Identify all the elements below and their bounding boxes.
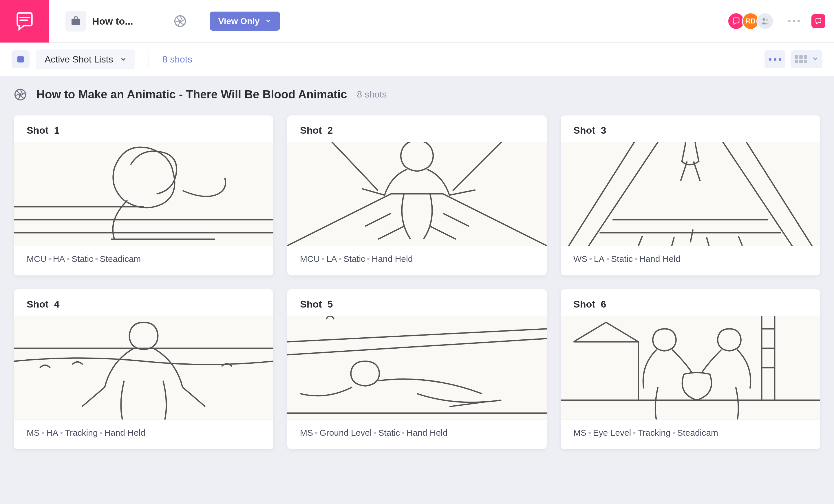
- view-mode-label: View Only: [218, 16, 260, 26]
- shot-meta: MS•Eye Level•Tracking•Steadicam: [561, 420, 820, 449]
- filter-more-button[interactable]: [765, 50, 785, 68]
- shotlist-dropdown-label: Active Shot Lists: [45, 54, 113, 65]
- aperture-icon[interactable]: [174, 15, 186, 27]
- shot-thumbnail: [287, 316, 547, 420]
- svg-point-3: [766, 19, 768, 21]
- shot-title: Shot 4: [14, 289, 273, 316]
- app-logo[interactable]: [0, 0, 49, 43]
- title-row: How to Make an Animatic - There Will Be …: [0, 76, 834, 107]
- more-menu-button[interactable]: [783, 20, 806, 22]
- grid-view-toggle[interactable]: [791, 50, 822, 68]
- shot-meta: MCU•HA•Static•Steadicam: [14, 246, 273, 275]
- filter-bar: Active Shot Lists 8 shots: [0, 43, 834, 76]
- page-subtitle: 8 shots: [357, 89, 387, 100]
- svg-rect-8: [14, 316, 273, 419]
- shot-title: Shot 5: [287, 289, 547, 316]
- page-title: How to Make an Animatic - There Will Be …: [37, 88, 347, 101]
- briefcase-icon: [65, 11, 86, 31]
- shot-title: Shot 1: [14, 115, 273, 142]
- shot-card[interactable]: Shot 4 MS•HA•Tracking•Hand Held: [14, 289, 273, 449]
- svg-rect-5: [14, 142, 273, 246]
- shot-card[interactable]: Shot 2 MCU•LA•Static•Hand Held: [287, 115, 547, 275]
- shot-thumbnail: [14, 316, 273, 420]
- top-bar: How to... View Only RD: [0, 0, 834, 43]
- shot-meta: MS•HA•Tracking•Hand Held: [14, 420, 273, 449]
- shot-count: 8 shots: [162, 54, 192, 65]
- shot-meta: MS•Ground Level•Static•Hand Held: [287, 420, 547, 449]
- shot-meta: WS•LA•Static•Hand Held: [561, 246, 820, 275]
- avatar-people-icon[interactable]: [756, 13, 774, 30]
- divider: [149, 51, 149, 68]
- shot-thumbnail: [561, 142, 820, 246]
- chevron-down-icon: [120, 54, 127, 65]
- shot-card[interactable]: Shot 6 MS•Eye Level•Tracking•Steadicam: [561, 289, 820, 449]
- svg-point-2: [763, 18, 765, 21]
- chevron-down-icon: [265, 16, 271, 26]
- shot-thumbnail: [287, 142, 547, 246]
- shot-title: Shot 6: [561, 289, 820, 316]
- shot-card[interactable]: Shot 1 MCU•HA•Static•Steadicam: [14, 115, 273, 275]
- chat-button[interactable]: [811, 14, 825, 28]
- shot-meta: MCU•LA•Static•Hand Held: [287, 246, 547, 275]
- project-name: How to...: [92, 16, 133, 27]
- svg-rect-9: [287, 316, 547, 419]
- svg-rect-0: [71, 19, 80, 25]
- svg-rect-10: [561, 316, 820, 419]
- avatar-stack[interactable]: RD: [730, 13, 774, 30]
- shot-thumbnail: [561, 316, 820, 420]
- project-chip[interactable]: How to...: [65, 11, 133, 31]
- shot-thumbnail: [14, 142, 273, 246]
- layout-toggle[interactable]: [12, 50, 29, 68]
- chevron-down-icon: [812, 55, 818, 64]
- shot-title: Shot 2: [287, 115, 547, 142]
- view-mode-button[interactable]: View Only: [210, 12, 280, 31]
- shots-grid: Shot 1 MCU•HA•Static•Steadicam Shot 2: [0, 107, 834, 467]
- shot-title: Shot 3: [561, 115, 820, 142]
- shot-card[interactable]: Shot 3 WS•LA•Static•Hand Held: [561, 115, 820, 275]
- shotlist-dropdown[interactable]: Active Shot Lists: [36, 49, 135, 69]
- aperture-icon: [14, 88, 27, 101]
- shot-card[interactable]: Shot 5 MS•Ground Level•Static•Hand Held: [287, 289, 547, 449]
